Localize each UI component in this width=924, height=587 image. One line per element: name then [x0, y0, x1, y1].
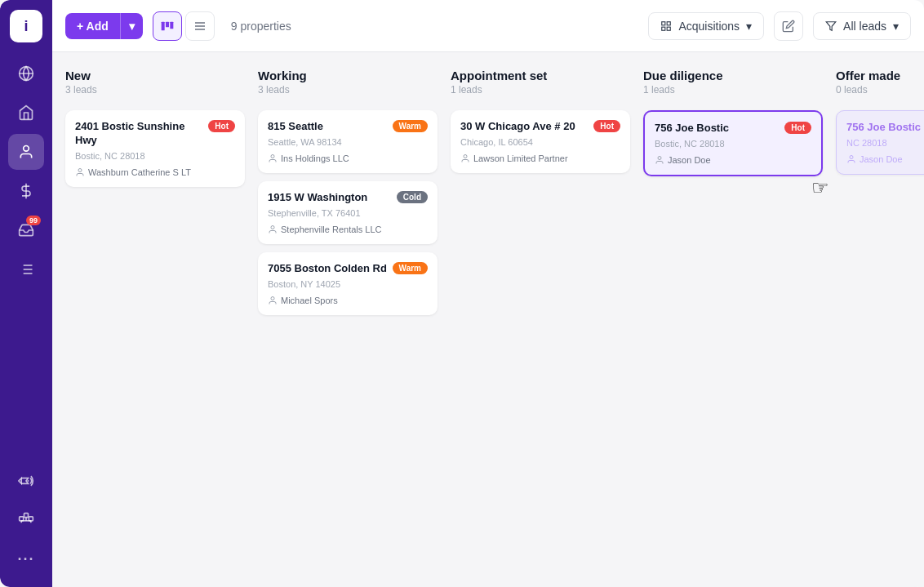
card-contact: Jason Doe	[846, 154, 924, 164]
card-header: 2401 Bostic Sunshine Hwy Hot	[75, 120, 235, 148]
all-leads-filter-button[interactable]: All leads ▾	[813, 12, 911, 40]
contact-name: Ins Holdings LLC	[281, 153, 349, 163]
card-city: Seattle, WA 98134	[268, 137, 428, 147]
card-contact: Washburn Catherine S LT	[75, 167, 235, 177]
column-offer-made-title: Offer made	[836, 69, 924, 82]
acquisitions-chevron: ▾	[746, 20, 752, 33]
column-new-header: New 3 leads	[65, 65, 245, 102]
svg-point-33	[658, 156, 661, 159]
column-appointment-title: Appointment set	[451, 69, 630, 82]
svg-point-32	[464, 154, 467, 158]
contact-name: Washburn Catherine S LT	[88, 167, 191, 177]
card-contact: Lawson Limited Partner	[460, 153, 620, 163]
card-756-joe-bostic-dragging[interactable]: 756 Joe Bostic Hot Bostic, NC 28018 Jaso…	[643, 110, 823, 176]
card-address: 2401 Bostic Sunshine Hwy	[75, 120, 208, 148]
sidebar-item-dollar[interactable]	[8, 173, 44, 209]
card-header: 7055 Boston Colden Rd Warm	[268, 262, 428, 276]
add-button[interactable]: + Add ▾	[65, 13, 143, 39]
card-7055-boston[interactable]: 7055 Boston Colden Rd Warm Boston, NY 14…	[258, 252, 438, 315]
card-city: Stephenville, TX 76401	[268, 208, 428, 218]
card-city: Bostic, NC 28018	[655, 139, 811, 149]
card-header: 756 Joe Bostic Hot	[846, 121, 924, 135]
column-offer-made-subtitle: 0 leads	[836, 84, 924, 96]
card-badge: Hot	[784, 122, 811, 134]
svg-point-2	[24, 146, 29, 152]
svg-rect-24	[668, 21, 671, 24]
card-badge: Hot	[593, 120, 620, 132]
card-header: 756 Joe Bostic Hot	[655, 122, 811, 136]
add-button-label[interactable]: + Add	[65, 13, 120, 39]
column-working: Working 3 leads 815 Seattle Warm Seattle…	[258, 65, 438, 574]
card-header: 30 W Chicago Ave # 20 Hot	[460, 120, 620, 134]
svg-rect-26	[668, 27, 671, 30]
all-leads-chevron: ▾	[893, 20, 899, 33]
acquisitions-filter-button[interactable]: Acquisitions ▾	[648, 12, 764, 40]
sidebar: i 99 ···	[0, 0, 52, 587]
sidebar-item-globe[interactable]	[8, 56, 44, 91]
sidebar-item-inbox[interactable]: 99	[8, 212, 44, 248]
sidebar-item-megaphone[interactable]	[8, 463, 44, 499]
view-toggle	[153, 11, 215, 41]
acquisitions-label: Acquisitions	[678, 20, 740, 33]
card-badge: Hot	[208, 120, 235, 132]
sidebar-item-home[interactable]	[8, 95, 44, 131]
contact-name: Jason Doe	[860, 154, 903, 164]
main-content: + Add ▾ 9 properties Acquisitions ▾ All …	[52, 0, 924, 587]
svg-marker-27	[826, 21, 836, 30]
drag-cursor-icon: ☞	[811, 176, 829, 199]
card-contact: Jason Doe	[655, 155, 811, 165]
card-city: Bostic, NC 28018	[75, 151, 235, 161]
card-header: 815 Seattle Warm	[268, 120, 428, 134]
card-city: Boston, NY 14025	[268, 279, 428, 289]
card-30-chicago[interactable]: 30 W Chicago Ave # 20 Hot Chicago, IL 60…	[451, 110, 630, 173]
svg-rect-12	[24, 514, 29, 518]
card-contact: Michael Spors	[268, 296, 428, 305]
card-address: 756 Joe Bostic	[846, 121, 921, 135]
column-due-diligence-subtitle: 1 leads	[643, 84, 823, 96]
column-working-subtitle: 3 leads	[258, 84, 438, 96]
column-working-title: Working	[258, 69, 438, 82]
card-815-seattle[interactable]: 815 Seattle Warm Seattle, WA 98134 Ins H…	[258, 110, 438, 173]
column-due-diligence-title: Due diligence	[643, 69, 823, 82]
svg-point-29	[271, 154, 274, 158]
column-new-title: New	[65, 69, 245, 82]
svg-point-31	[271, 296, 274, 300]
app-logo[interactable]: i	[10, 10, 42, 42]
contact-name: Michael Spors	[281, 296, 338, 305]
column-new-subtitle: 3 leads	[65, 84, 245, 96]
kanban-view-button[interactable]	[153, 11, 182, 41]
sidebar-item-org[interactable]	[8, 502, 44, 538]
card-badge: Cold	[397, 191, 428, 203]
card-address: 30 W Chicago Ave # 20	[460, 120, 575, 134]
card-badge: Warm	[393, 262, 428, 274]
column-offer-made: Offer made 0 leads 756 Joe Bostic Hot NC…	[836, 65, 924, 574]
card-contact: Ins Holdings LLC	[268, 153, 428, 163]
card-address: 815 Seattle	[268, 120, 323, 134]
list-view-button[interactable]	[185, 11, 215, 41]
column-due-diligence-header: Due diligence 1 leads	[643, 65, 823, 102]
svg-point-28	[78, 168, 82, 171]
card-address: 1915 W Washington	[268, 191, 367, 205]
contact-name: Lawson Limited Partner	[473, 153, 568, 163]
kanban-board: New 3 leads 2401 Bostic Sunshine Hwy Hot…	[52, 52, 924, 587]
svg-rect-19	[170, 21, 173, 29]
card-address: 7055 Boston Colden Rd	[268, 262, 387, 276]
sidebar-item-contacts[interactable]	[8, 134, 44, 170]
sidebar-item-more[interactable]: ···	[8, 541, 44, 577]
properties-count: 9 properties	[231, 20, 291, 33]
card-2401-bostic[interactable]: 2401 Bostic Sunshine Hwy Hot Bostic, NC …	[65, 110, 245, 187]
add-button-dropdown[interactable]: ▾	[120, 13, 143, 39]
card-city: NC 28018	[846, 138, 924, 148]
contact-name: Stephenville Rentals LLC	[281, 225, 382, 234]
column-due-diligence: Due diligence 1 leads 756 Joe Bostic Hot…	[643, 65, 823, 574]
contact-name: Jason Doe	[668, 155, 711, 165]
edit-button[interactable]	[774, 11, 803, 41]
card-1915-washington[interactable]: 1915 W Washington Cold Stephenville, TX …	[258, 181, 438, 244]
column-appointment-header: Appointment set 1 leads	[451, 65, 630, 102]
card-756-joe-bostic-ghost: 756 Joe Bostic Hot NC 28018 Jason Doe	[836, 110, 924, 175]
svg-rect-18	[166, 21, 169, 27]
svg-rect-25	[662, 27, 665, 30]
topbar: + Add ▾ 9 properties Acquisitions ▾ All …	[52, 0, 924, 52]
sidebar-item-tasks[interactable]	[8, 251, 44, 287]
card-city: Chicago, IL 60654	[460, 137, 620, 147]
